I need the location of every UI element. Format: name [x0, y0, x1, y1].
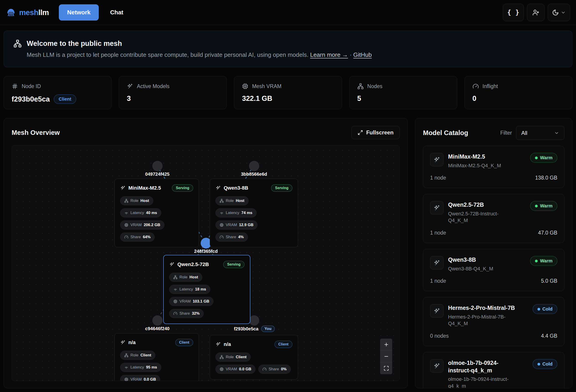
- status-badge-warm: Warm: [530, 256, 557, 266]
- cpu-icon: [242, 83, 248, 90]
- model-name: olmoe-1b-7b-0924-instruct-q4_k_m: [448, 359, 517, 374]
- tab-chat[interactable]: Chat: [102, 4, 132, 21]
- stat-label: Node ID: [12, 83, 104, 90]
- invite-user-button[interactable]: [527, 4, 545, 21]
- zoom-out-button[interactable]: [380, 351, 392, 362]
- graph-node-card-qwen3-8b[interactable]: Qwen3-8B Serving RoleHost Latency74 ms V…: [210, 179, 298, 247]
- zoom-in-button[interactable]: [380, 339, 392, 351]
- node-model-name: n/a: [128, 339, 136, 345]
- node-circle-f293b0e5ca[interactable]: [249, 315, 259, 326]
- gauge-icon: [124, 235, 128, 239]
- model-catalog-panel: Model Catalog Filter All MiniMax-M2.5 Mi…: [415, 118, 572, 388]
- node-circle-049724f425[interactable]: [152, 161, 163, 171]
- model-catalog-title: Model Catalog: [423, 129, 468, 137]
- sparkles-icon: [433, 259, 440, 266]
- status-dot: [535, 156, 538, 159]
- model-tile: [430, 256, 443, 270]
- minus-icon: [383, 354, 389, 359]
- status-badge-cold: Cold: [533, 359, 557, 369]
- nodes-value: 5: [357, 94, 361, 103]
- filter-select[interactable]: All: [516, 126, 564, 140]
- network-icon: [357, 83, 364, 90]
- chevron-down-icon: [561, 10, 566, 15]
- gauge-icon: [472, 83, 479, 90]
- graph-node-card-you[interactable]: n/a Client RoleClient VRAM0.0 GB Share0%: [210, 335, 298, 379]
- model-card-olmoe[interactable]: olmoe-1b-7b-0924-instruct-q4_k_m olmoe-1…: [423, 352, 564, 388]
- latency-pill: Latency18 ms: [169, 285, 210, 294]
- welcome-banner: Welcome to the public mesh Mesh LLM is a…: [4, 30, 572, 67]
- graph-node-card-minimax[interactable]: MiniMax-M2.5 Serving RoleHost Latency40 …: [115, 179, 199, 247]
- stat-label-text: Active Models: [137, 83, 170, 90]
- model-card-hermes[interactable]: Hermes-2-Pro-Mistral-7B Hermes-2-Pro-Mis…: [423, 297, 564, 346]
- latency-pill: Latency74 ms: [215, 208, 257, 217]
- stat-card-active-models: Active Models 3: [119, 76, 227, 109]
- stat-label: Active Models: [127, 83, 219, 90]
- learn-more-link[interactable]: Learn more →: [310, 51, 348, 58]
- hash-icon: [12, 83, 18, 90]
- vram-pill: VRAM0.0 GB: [215, 365, 255, 374]
- brand: meshllm: [6, 7, 49, 18]
- network-icon: [220, 355, 224, 359]
- share-pill: Share64%: [120, 233, 155, 242]
- role-pill: RoleHost: [215, 196, 249, 205]
- network-icon: [13, 39, 22, 48]
- main-nav: Network Chat: [59, 4, 131, 21]
- model-size: 4.4 GB: [541, 333, 557, 339]
- theme-menu-button[interactable]: [548, 4, 570, 21]
- vram-pill: VRAM103.1 GB: [169, 297, 213, 306]
- model-name: Qwen3-8B: [448, 256, 526, 264]
- header-actions: { }: [503, 4, 570, 21]
- stat-label: Nodes: [357, 83, 449, 90]
- app-header: meshllm Network Chat { }: [0, 0, 576, 25]
- status-dot: [538, 363, 540, 365]
- model-card-qwen25-72b[interactable]: Qwen2.5-72B Qwen2.5-72B-Instruct-Q4_K_M …: [423, 194, 564, 243]
- node-id-label: 049724f425: [145, 172, 170, 177]
- stat-card-inflight: Inflight 0: [464, 76, 572, 109]
- wifi-icon: [173, 287, 177, 291]
- role-pill: RoleClient: [120, 351, 155, 360]
- cpu-icon: [220, 367, 224, 371]
- network-icon: [124, 353, 128, 357]
- model-file: olmoe-1b-7b-0924-instruct-q4_k_m: [448, 376, 523, 388]
- gauge-icon: [262, 367, 267, 371]
- user-plus-icon: [532, 9, 539, 16]
- sparkles-icon: [127, 83, 133, 90]
- model-name: Hermes-2-Pro-Mistral-7B: [448, 304, 528, 312]
- fit-view-button[interactable]: [380, 362, 392, 374]
- node-id-text: f293b0e5ca: [234, 326, 259, 332]
- node-circle-3bb8566e6d[interactable]: [249, 161, 259, 171]
- network-icon: [173, 275, 177, 279]
- sparkles-icon: [120, 185, 126, 191]
- sparkles-icon: [433, 205, 440, 211]
- serving-badge: Serving: [172, 184, 193, 192]
- graph-node-card-client-1[interactable]: n/a Client RoleClient Latency95 ms VRAM0…: [115, 333, 199, 381]
- node-circle-c94646f240[interactable]: [152, 315, 163, 326]
- client-badge: Client: [175, 339, 193, 346]
- model-card-minimax[interactable]: MiniMax-M2.5 MiniMax-M2.5-Q4_K_M Warm 1 …: [423, 146, 564, 188]
- graph-node-card-qwen25-72b[interactable]: Qwen2.5-72B Serving RoleHost Latency18 m…: [163, 255, 250, 324]
- vram-pill: VRAM0.0 GB: [120, 375, 160, 381]
- status-badge-warm: Warm: [530, 201, 557, 211]
- status-badge-warm: Warm: [530, 153, 557, 163]
- mesh-graph-canvas[interactable]: 049724f425 3bb8566e6d 248f365fcd c94646f…: [12, 145, 400, 381]
- sparkles-icon: [215, 342, 221, 347]
- node-id-value: f293b0e5ca: [12, 95, 50, 103]
- model-card-qwen3-8b[interactable]: Qwen3-8B Qwen3-8B-Q4_K_M Warm 1 node 5.0…: [423, 249, 564, 291]
- api-code-button[interactable]: { }: [503, 4, 524, 21]
- stat-card-mesh-vram: Mesh VRAM 322.1 GB: [234, 76, 342, 109]
- cpu-icon: [124, 223, 128, 227]
- role-pill: RoleHost: [120, 196, 153, 205]
- inflight-value: 0: [472, 94, 476, 103]
- stat-label: Inflight: [472, 83, 564, 90]
- latency-pill: Latency40 ms: [120, 208, 161, 217]
- tab-network[interactable]: Network: [59, 4, 99, 21]
- status-badge-cold: Cold: [533, 304, 557, 314]
- fullscreen-button[interactable]: Fullscreen: [351, 126, 400, 139]
- filter-label: Filter: [500, 130, 512, 136]
- model-node-count: 1 node: [430, 278, 446, 284]
- network-icon: [220, 199, 224, 203]
- github-link[interactable]: GitHub: [353, 51, 372, 58]
- gauge-icon: [220, 235, 224, 239]
- serving-badge: Serving: [223, 261, 244, 268]
- mesh-overview-panel: Mesh Overview Fullscreen: [4, 118, 408, 388]
